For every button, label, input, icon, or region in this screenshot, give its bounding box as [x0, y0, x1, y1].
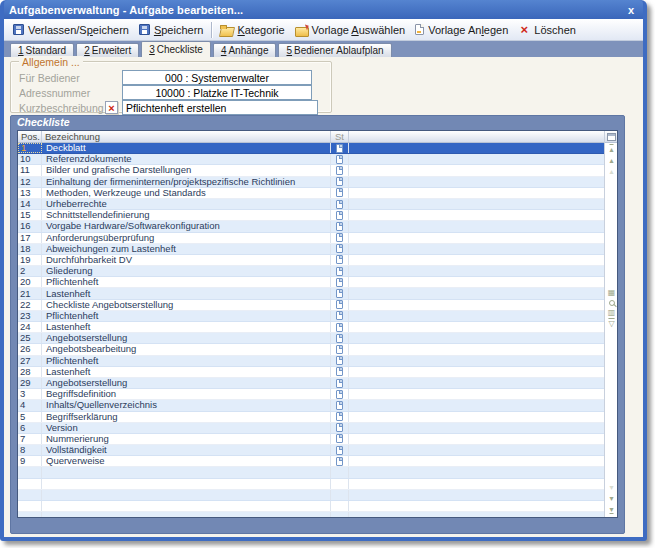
zoom-icon[interactable] — [609, 300, 615, 306]
table-row[interactable]: 16Vorgabe Hardware/Softwarekonfiguration — [18, 221, 604, 232]
tab-erweitert[interactable]: 2Erweitert — [76, 43, 139, 57]
table-row[interactable]: 21Lastenheft — [18, 288, 604, 299]
adressnummer-input[interactable] — [122, 85, 312, 100]
table-row[interactable]: 6Version — [18, 423, 604, 434]
document-icon — [336, 278, 343, 287]
empty-row[interactable] — [18, 479, 604, 490]
table-row[interactable]: 18Abweichungen zum Lastenheft — [18, 244, 604, 255]
toolbar-button-loeschen[interactable]: ×Löschen — [513, 22, 581, 38]
page-down-icon[interactable]: ▾ — [609, 484, 613, 492]
table-row[interactable]: 15Schnittstellendefinierung — [18, 210, 604, 221]
row-filler — [349, 221, 604, 231]
row-status — [331, 423, 349, 433]
row-bezeichnung: Angebotsbearbeitung — [42, 344, 331, 354]
table-row[interactable]: 25Angebotserstellung — [18, 333, 604, 344]
kurzbeschreibung-input[interactable] — [122, 100, 318, 115]
toolbar-button-label: Vorlage Auswählen — [312, 24, 406, 36]
row-filler — [349, 389, 604, 399]
tab-anh-nge[interactable]: 4Anhänge — [213, 43, 277, 57]
column-chooser-icon[interactable] — [607, 133, 616, 141]
row-status — [331, 445, 349, 455]
column-header-pos[interactable]: Pos. — [18, 131, 42, 142]
toolbar-button-vorlage-anlegen[interactable]: Vorlage Anlegen — [410, 22, 513, 38]
clear-field-icon[interactable]: × — [105, 101, 118, 114]
page-up-icon[interactable]: ▴ — [609, 168, 613, 176]
row-pos: 16 — [18, 221, 42, 231]
document-icon — [336, 423, 343, 432]
row-bezeichnung: Angebotserstellung — [42, 333, 331, 343]
row-status — [331, 467, 349, 477]
table-row[interactable]: 10Referenzdokumente — [18, 154, 604, 165]
row-bezeichnung: Vorgabe Hardware/Softwarekonfiguration — [42, 221, 331, 231]
empty-row[interactable] — [18, 512, 604, 517]
table-row[interactable]: 20Pflichtenheft — [18, 277, 604, 288]
row-filler — [349, 333, 604, 343]
table-row[interactable]: 8Vollständigkeit — [18, 445, 604, 456]
row-filler — [349, 456, 604, 466]
grid-view-icon[interactable]: ▦ — [608, 289, 616, 297]
empty-row[interactable] — [18, 467, 604, 478]
tab-checkliste[interactable]: 3Checkliste — [141, 41, 211, 57]
empty-row[interactable] — [18, 490, 604, 501]
table-row[interactable]: 26Angebotsbearbeitung — [18, 344, 604, 355]
details-icon[interactable]: ▥ — [608, 309, 616, 317]
table-row[interactable]: 19Durchführbarkeit DV — [18, 255, 604, 266]
floppy-icon — [139, 24, 150, 35]
toolbar-button-vorlage-auswaehlen[interactable]: Vorlage Auswählen — [290, 22, 411, 38]
table-row[interactable]: 2Gliederung — [18, 266, 604, 277]
document-icon — [336, 300, 343, 309]
table-row[interactable]: 29Angebotserstellung — [18, 378, 604, 389]
row-pos: 10 — [18, 154, 42, 164]
empty-row[interactable] — [18, 501, 604, 512]
row-filler — [349, 154, 604, 164]
row-status — [331, 400, 349, 410]
table-row[interactable]: 13Methoden, Werkzeuge und Standards — [18, 188, 604, 199]
table-row[interactable]: 28Lastenheft — [18, 367, 604, 378]
row-bezeichnung: Deckblatt — [42, 143, 331, 153]
row-filler — [349, 277, 604, 287]
table-row[interactable]: 1Deckblatt — [18, 143, 604, 154]
table-row[interactable]: 5Begriffserklärung — [18, 412, 604, 423]
scroll-top-icon[interactable]: ▴ — [609, 146, 613, 154]
row-bezeichnung — [42, 479, 331, 489]
document-icon — [336, 155, 343, 164]
tab-standard[interactable]: 1Standard — [10, 43, 74, 57]
row-filler — [349, 143, 604, 153]
toolbar-button-speichern[interactable]: Speichern — [134, 22, 209, 38]
table-row[interactable]: 9Querverweise — [18, 456, 604, 467]
filter-icon[interactable]: ▽ — [608, 320, 614, 328]
row-pos: 24 — [18, 322, 42, 332]
column-header-st[interactable]: St — [331, 131, 349, 142]
row-status — [331, 277, 349, 287]
form-row-fuer-bediener: Für Bediener — [19, 70, 312, 85]
table-row[interactable]: 14Urheberrechte — [18, 199, 604, 210]
title-bar: Aufgabenverwaltung - Aufgabe bearbeiten.… — [4, 0, 643, 19]
fuer-bediener-input[interactable] — [122, 70, 312, 85]
scroll-bottom-icon[interactable]: ▾ — [609, 506, 613, 514]
table-row[interactable]: 7Nummerierung — [18, 434, 604, 445]
table-row[interactable]: 24Lastenheft — [18, 322, 604, 333]
table-row[interactable]: 27Pflichtenheft — [18, 356, 604, 367]
toolbar-button-kategorie[interactable]: Kategorie — [215, 22, 289, 38]
row-status — [331, 177, 349, 187]
table-row[interactable]: 22Checkliste Angebotserstellung — [18, 300, 604, 311]
row-bezeichnung — [42, 490, 331, 500]
table-row[interactable]: 4Inhalts/Quellenverzeichnis — [18, 400, 604, 411]
row-status — [331, 389, 349, 399]
scroll-up-icon[interactable]: ▴ — [609, 157, 613, 165]
table-row[interactable]: 17Anforderungsüberprüfung — [18, 233, 604, 244]
tab-bediener-ablaufplan[interactable]: 5Bediener Ablaufplan — [278, 43, 391, 57]
table-row[interactable]: 12Einhaltung der firmeninternen/projekts… — [18, 177, 604, 188]
table-header: Pos. Bezeichnung St — [18, 131, 604, 143]
row-filler — [349, 311, 604, 321]
row-bezeichnung: Pflichtenheft — [42, 311, 331, 321]
table-row[interactable]: 23Pflichtenheft — [18, 311, 604, 322]
table-row[interactable]: 11Bilder und grafische Darstellungen — [18, 165, 604, 176]
row-pos: 7 — [18, 434, 42, 444]
scroll-down-icon[interactable]: ▾ — [609, 495, 613, 503]
table-row[interactable]: 3Begriffsdefinition — [18, 389, 604, 400]
column-header-bezeichnung[interactable]: Bezeichnung — [42, 131, 331, 142]
row-pos: 28 — [18, 367, 42, 377]
close-icon[interactable]: x — [625, 4, 637, 16]
toolbar-button-verlassen-speichern[interactable]: Verlassen/Speichern — [8, 22, 134, 38]
